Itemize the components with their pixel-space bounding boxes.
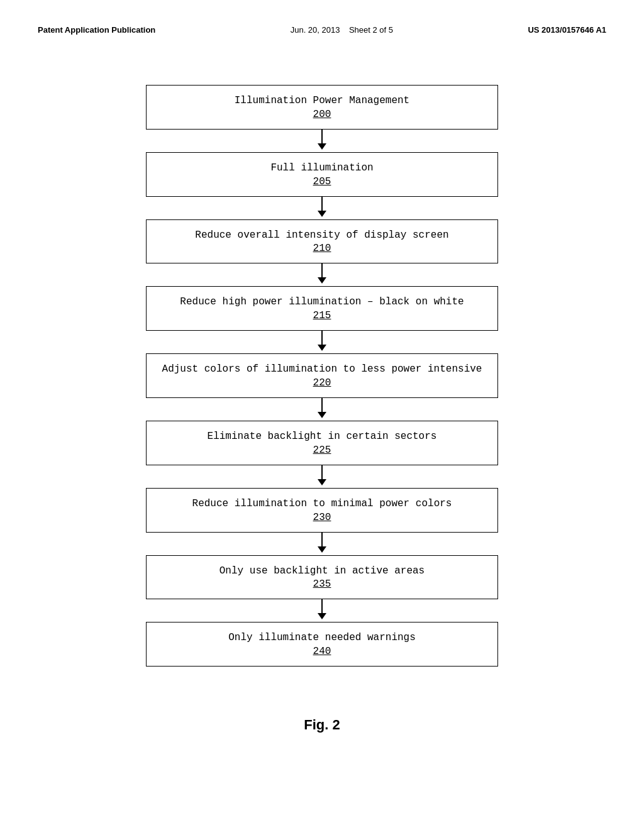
box-220-text: Adjust colors of illumination to less po… <box>159 363 485 376</box>
box-230-text: Reduce illumination to minimal power col… <box>159 497 485 511</box>
box-220: Adjust colors of illumination to less po… <box>146 353 498 398</box>
box-200-text: Illumination Power Management <box>159 94 485 108</box>
page-header: Patent Application Publication Jun. 20, … <box>38 25 606 35</box>
arrow-8 <box>318 599 326 622</box>
box-230: Reduce illumination to minimal power col… <box>146 488 498 533</box>
box-240-text: Only illuminate needed warnings <box>159 631 485 645</box>
box-235: Only use backlight in active areas235 <box>146 555 498 600</box>
box-225-text: Eliminate backlight in certain sectors <box>159 430 485 443</box>
arrow-3 <box>318 263 326 286</box>
arrow-4 <box>318 331 326 353</box>
box-235-number: 235 <box>159 578 485 590</box>
header-date-sheet: Jun. 20, 2013 Sheet 2 of 5 <box>291 25 393 35</box>
box-200-number: 200 <box>159 109 485 120</box>
arrow-7 <box>318 533 326 555</box>
box-210-text: Reduce overall intensity of display scre… <box>159 229 485 242</box>
box-215-number: 215 <box>159 310 485 321</box>
box-215-text: Reduce high power illumination – black o… <box>159 296 485 309</box>
figure-label: Fig. 2 <box>38 717 606 733</box>
box-240: Only illuminate needed warnings240 <box>146 622 498 667</box>
header-sheet: Sheet 2 of 5 <box>349 25 393 35</box>
box-220-number: 220 <box>159 377 485 389</box>
arrow-6 <box>318 465 326 488</box>
box-230-number: 230 <box>159 512 485 523</box>
box-240-number: 240 <box>159 646 485 657</box>
box-225-number: 225 <box>159 445 485 456</box>
box-205-text: Full illumination <box>159 162 485 175</box>
box-200: Illumination Power Management200 <box>146 85 498 130</box>
header-patent-number: US 2013/0157646 A1 <box>528 25 606 35</box>
box-225: Eliminate backlight in certain sectors22… <box>146 421 498 465</box>
box-235-text: Only use backlight in active areas <box>159 565 485 578</box>
box-215: Reduce high power illumination – black o… <box>146 286 498 331</box>
page: Patent Application Publication Jun. 20, … <box>0 0 644 830</box>
header-publication-label: Patent Application Publication <box>38 25 155 35</box>
box-205-number: 205 <box>159 176 485 187</box>
arrow-5 <box>318 398 326 421</box>
box-210: Reduce overall intensity of display scre… <box>146 219 498 264</box>
arrow-1 <box>318 130 326 152</box>
flowchart: Illumination Power Management200Full ill… <box>38 72 606 667</box>
box-205: Full illumination205 <box>146 152 498 197</box>
header-date: Jun. 20, 2013 <box>291 25 340 35</box>
arrow-2 <box>318 197 326 219</box>
box-210-number: 210 <box>159 243 485 254</box>
